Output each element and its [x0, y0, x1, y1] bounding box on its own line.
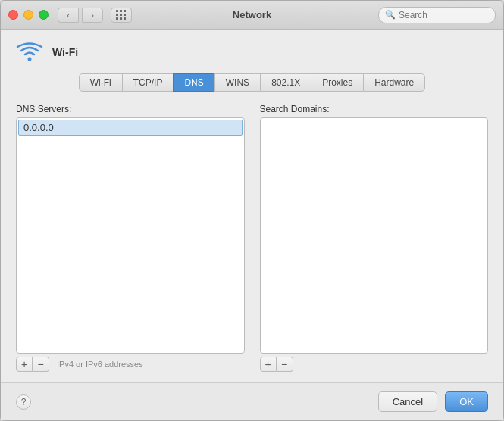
traffic-lights: [8, 10, 49, 20]
dns-server-entry[interactable]: 0.0.0.0: [18, 120, 243, 136]
maximize-button[interactable]: [39, 10, 49, 20]
dns-servers-list[interactable]: 0.0.0.0: [16, 117, 245, 354]
tab-bar: Wi-Fi TCP/IP DNS WINS 802.1X Proxies Har…: [16, 73, 488, 92]
search-icon: 🔍: [385, 10, 396, 20]
content-area: Wi-Fi Wi-Fi TCP/IP DNS WINS 802.1X Proxi…: [1, 30, 503, 372]
bottom-bar: ? Cancel OK: [1, 382, 503, 420]
nav-buttons: ‹ ›: [58, 8, 103, 23]
window-title: Network: [233, 9, 271, 20]
dns-servers-controls: + − IPv4 or IPv6 addresses: [16, 357, 245, 372]
search-domains-panel: Search Domains: + −: [260, 104, 489, 372]
cancel-button[interactable]: Cancel: [378, 391, 437, 412]
wifi-header: Wi-Fi: [16, 42, 488, 63]
search-domains-list[interactable]: [260, 117, 489, 354]
wifi-label: Wi-Fi: [52, 46, 78, 58]
network-window: ‹ › Network 🔍 Wi-Fi: [0, 0, 504, 421]
titlebar: ‹ › Network 🔍: [1, 1, 503, 30]
grid-button[interactable]: [111, 8, 132, 23]
help-button[interactable]: ?: [16, 394, 31, 410]
grid-icon: [116, 10, 127, 20]
panels: DNS Servers: 0.0.0.0 + − IPv4 or IPv6 ad…: [16, 104, 488, 372]
search-box[interactable]: 🔍: [378, 7, 496, 23]
dns-servers-hint: IPv4 or IPv6 addresses: [57, 360, 143, 369]
search-domains-controls: + −: [260, 357, 489, 372]
search-input[interactable]: [399, 10, 489, 20]
search-domains-remove-button[interactable]: −: [277, 357, 293, 372]
tab-wins[interactable]: WINS: [214, 73, 260, 92]
back-button[interactable]: ‹: [58, 8, 79, 23]
tab-proxies[interactable]: Proxies: [311, 73, 363, 92]
dns-servers-panel: DNS Servers: 0.0.0.0 + − IPv4 or IPv6 ad…: [16, 104, 245, 372]
tab-wifi[interactable]: Wi-Fi: [79, 73, 122, 92]
dns-servers-label: DNS Servers:: [16, 104, 245, 114]
minimize-button[interactable]: [23, 10, 33, 20]
bottom-actions: Cancel OK: [378, 391, 488, 412]
close-button[interactable]: [8, 10, 18, 20]
wifi-icon: [16, 42, 43, 63]
svg-point-0: [28, 58, 32, 61]
tab-8021x[interactable]: 802.1X: [260, 73, 311, 92]
ok-button[interactable]: OK: [445, 391, 488, 412]
tab-hardware[interactable]: Hardware: [363, 73, 425, 92]
forward-button[interactable]: ›: [82, 8, 103, 23]
dns-servers-remove-button[interactable]: −: [33, 357, 49, 372]
tab-tcpip[interactable]: TCP/IP: [122, 73, 174, 92]
dns-servers-add-button[interactable]: +: [16, 357, 33, 372]
search-domains-label: Search Domains:: [260, 104, 489, 114]
tab-dns[interactable]: DNS: [173, 73, 214, 92]
search-domains-add-button[interactable]: +: [260, 357, 277, 372]
